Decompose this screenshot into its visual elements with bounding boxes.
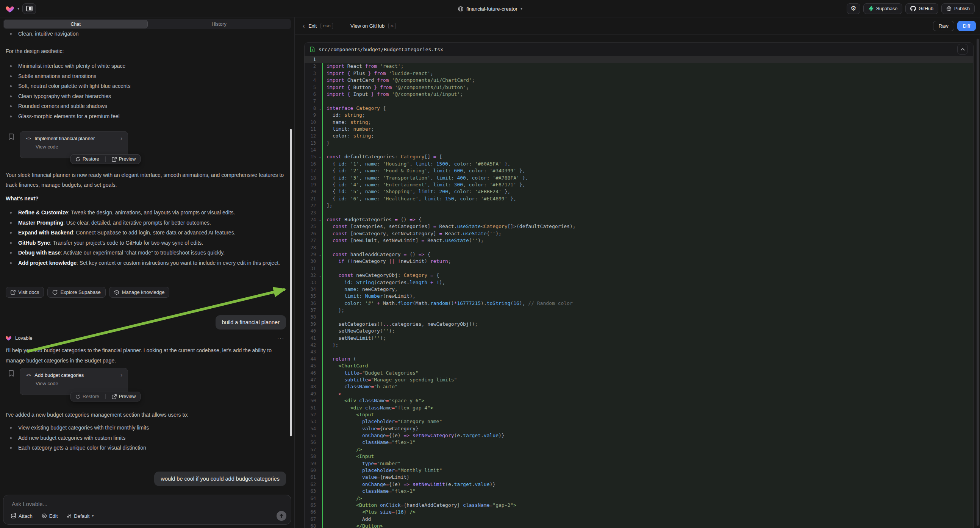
line-number: 34	[305, 286, 322, 293]
project-title: financial-future-creator	[466, 6, 517, 12]
tab-history[interactable]: History	[148, 20, 291, 29]
code-line: Add	[322, 516, 973, 523]
fold-chevron-icon[interactable]: ⌄	[319, 105, 321, 112]
message-more-menu-icon[interactable]: ···	[277, 335, 285, 341]
view-code-link[interactable]: View code	[20, 141, 128, 149]
design-heading: For the design aesthetic:	[6, 46, 287, 56]
tab-chat[interactable]: Chat	[4, 20, 148, 29]
restore-button[interactable]: Restore	[75, 394, 99, 399]
code-line	[322, 56, 973, 63]
settings-button[interactable]: ⚙	[846, 3, 860, 14]
lovable-heart-logo-icon[interactable]	[5, 5, 14, 13]
publish-label: Publish	[954, 6, 970, 11]
list-item: Soft, neutral color palette with light b…	[6, 81, 286, 91]
collapse-file-button[interactable]	[957, 44, 968, 54]
assistant-paragraph: I'll help you add budget categories to t…	[6, 345, 287, 366]
prompt-placeholder[interactable]: Ask Lovable...	[12, 501, 47, 507]
model-select[interactable]: Default ▾	[67, 513, 94, 519]
code-line: const BudgetCategories = () => {	[322, 216, 973, 223]
line-number: 68	[305, 523, 322, 528]
back-chevron-icon[interactable]: ‹	[303, 23, 305, 29]
code-line: if (!newCategory || !newLimit) return;	[322, 258, 973, 265]
code-line: import React from 'react';	[322, 63, 973, 70]
preview-button[interactable]: Preview	[112, 156, 135, 162]
assistant-paragraph: I've added a new budget categories manag…	[6, 410, 287, 420]
list-item: Glass-morphic elements for a premium fee…	[6, 111, 286, 122]
code-line: import ChartCard from '@/components/ui/C…	[322, 77, 973, 84]
project-switcher[interactable]: financial-future-creator ▾	[458, 0, 522, 17]
code-line: const newCategoryObj: Category = {	[322, 272, 973, 279]
view-on-github-button[interactable]: View on GitHub	[350, 23, 385, 29]
chat-panel: Chat History Clean, intuitive navigation…	[0, 17, 294, 528]
sidebar-toggle-button[interactable]	[22, 3, 36, 14]
line-number: 43	[305, 348, 322, 355]
line-number-gutter: 12345678⌄9101112131415⌄16171819202122232…	[305, 56, 322, 528]
chat-scrollbar[interactable]	[290, 129, 292, 436]
github-button[interactable]: GitHub	[905, 3, 938, 14]
line-number: 19	[305, 181, 322, 188]
logo-chevron-down-icon[interactable]: ▾	[18, 7, 19, 11]
design-bullet-list: Minimalist interface with plenty of whit…	[6, 61, 286, 121]
version-card-add-budget-categories[interactable]: <> Add budget categories › View code	[20, 368, 128, 395]
fold-chevron-icon[interactable]: ⌄	[319, 216, 321, 223]
manage-knowledge-button[interactable]: Manage knowledge	[109, 287, 170, 298]
bookmark-icon[interactable]	[8, 133, 14, 140]
code-line: interface Category {	[322, 105, 973, 112]
exit-button[interactable]: Exit	[309, 23, 317, 29]
version-hover-toolbar: Restore Preview	[70, 154, 140, 164]
line-number: 33	[305, 279, 322, 286]
line-number: 17	[305, 167, 322, 174]
prompt-input-box[interactable]: Ask Lovable... Attach Edit Default ▾	[3, 495, 291, 525]
publish-button[interactable]: Publish	[941, 3, 975, 14]
code-line: { id: '2', name: 'Food & Dining', limit:…	[322, 167, 973, 174]
raw-toggle-button[interactable]: Raw	[933, 21, 954, 31]
code-line: const defaultCategories: Category[] = [	[322, 153, 973, 160]
view-code-link[interactable]: View code	[20, 378, 128, 386]
code-line: ];	[322, 202, 973, 209]
fold-chevron-icon[interactable]: ⌄	[319, 272, 321, 279]
line-number: 23	[305, 210, 322, 216]
project-chevron-down-icon: ▾	[520, 7, 522, 11]
code-line: setNewLimit('');	[322, 335, 973, 342]
code-line: return (	[322, 356, 973, 363]
line-number: 55	[305, 432, 322, 439]
line-number: 47	[305, 377, 322, 383]
version-card-title: Implement financial planner	[35, 135, 95, 141]
line-number: 46	[305, 370, 322, 377]
code-editor[interactable]: 12345678⌄9101112131415⌄16171819202122232…	[305, 56, 973, 528]
send-button[interactable]	[277, 511, 286, 521]
bookmark-icon[interactable]	[8, 370, 14, 377]
explore-supabase-label: Explore Supabase	[60, 289, 100, 295]
code-line: subtitle="Manage your spending limits"	[322, 377, 973, 383]
code-line: { id: '3', name: 'Transportation', limit…	[322, 175, 973, 181]
line-number: 26	[305, 230, 322, 237]
file-path: src/components/budget/BudgetCategories.t…	[318, 46, 443, 52]
fold-chevron-icon[interactable]: ⌄	[319, 251, 321, 258]
code-line: <Button onClick={handleAddCategory} clas…	[322, 502, 973, 509]
user-message-bubble: build a financial planner	[216, 315, 286, 329]
code-scrollbar[interactable]	[977, 39, 979, 526]
code-line: const [newCategory, setNewCategory] = Re…	[322, 230, 973, 237]
code-line: limit: Number(newLimit),	[322, 293, 973, 300]
preview-button[interactable]: Preview	[112, 394, 135, 399]
restore-button[interactable]: Restore	[75, 156, 99, 162]
line-number: 39	[305, 321, 322, 328]
code-line: import { Plus } from 'lucide-react';	[322, 70, 973, 77]
list-item: Debug with Ease: Activate our experiment…	[6, 248, 286, 258]
diff-toggle-button[interactable]: Diff	[957, 21, 976, 31]
attach-button[interactable]: Attach	[11, 513, 33, 519]
github-icon	[910, 6, 916, 11]
line-number: 64	[305, 495, 322, 502]
fold-chevron-icon[interactable]: ⌄	[319, 153, 321, 160]
visit-docs-button[interactable]: Visit docs	[6, 287, 44, 298]
line-number: 9	[305, 112, 322, 119]
edit-mode-button[interactable]: Edit	[42, 513, 57, 519]
explore-supabase-button[interactable]: Explore Supabase	[47, 287, 105, 298]
chevron-right-icon: ›	[121, 372, 123, 378]
line-number: 25	[305, 223, 322, 230]
line-number: 31	[305, 265, 322, 272]
code-line: name: string;	[322, 119, 973, 126]
supabase-button[interactable]: Supabase	[863, 3, 902, 14]
file-path-bar[interactable]: src/components/budget/BudgetCategories.t…	[305, 43, 973, 56]
panel-left-icon	[26, 6, 33, 11]
